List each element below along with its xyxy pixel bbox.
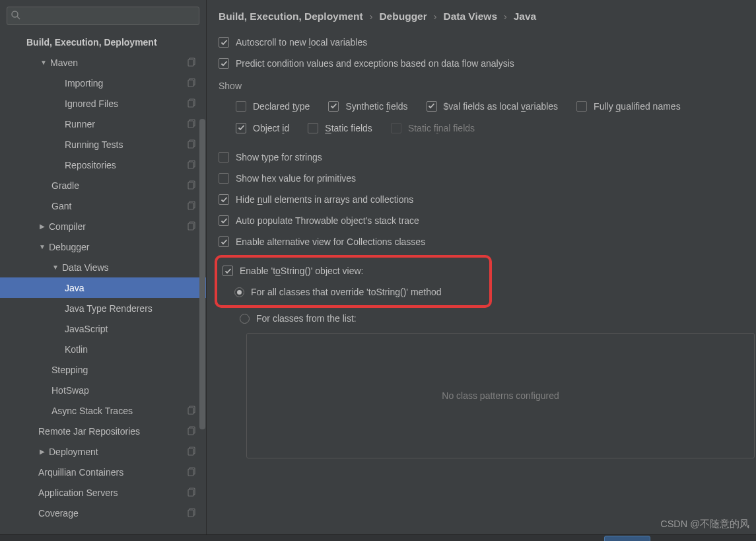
tree-item[interactable]: ▼ Data Views [0,257,206,277]
checkbox[interactable] [576,101,587,112]
ok-button[interactable] [604,536,650,541]
checkbox[interactable] [219,236,229,247]
enable-tostring-label: Enable 'toString()' object view: [240,266,363,276]
breadcrumb-item[interactable]: Java [514,11,536,22]
checkbox[interactable] [219,215,229,226]
tree-item[interactable]: Application Servers [0,482,206,503]
tree-item[interactable]: Coverage [0,503,206,523]
tree-item-label: Kotlin [65,344,88,355]
checkbox-row[interactable]: Object id [236,117,289,139]
search-input[interactable] [7,7,199,25]
checkbox[interactable] [219,173,229,184]
svg-rect-11 [188,141,193,148]
checkbox-row[interactable]: Synthetic fields [328,95,407,117]
tree-item[interactable]: Importing [0,73,206,93]
tree-item[interactable]: Async Stack Traces [0,400,206,421]
checkbox-label: Predict condition values and exceptions … [236,58,514,69]
tree-item[interactable]: ▶ Deployment [0,441,206,462]
settings-main: Build, Execution, Deployment › Debugger … [207,0,756,541]
checkbox-row[interactable]: Hide null elements in arrays and collect… [219,189,744,210]
tree-item[interactable]: Runner [0,114,206,134]
radio-label: For all classes that override 'toString(… [251,287,442,297]
checkbox[interactable] [328,101,339,112]
checkbox[interactable] [219,194,229,205]
checkbox[interactable] [427,101,437,112]
checkbox-row[interactable]: $val fields as local variables [427,95,559,117]
tree-item[interactable]: Stepping [0,359,206,380]
svg-rect-25 [188,449,193,455]
copy-icon [188,139,197,151]
breadcrumb-item[interactable]: Debugger [379,11,427,22]
breadcrumb: Build, Execution, Deployment › Debugger … [207,0,756,32]
svg-rect-7 [188,100,193,107]
breadcrumb-item[interactable]: Data Views [443,11,497,22]
checkbox[interactable] [308,123,318,133]
tree-arrow-icon: ▼ [40,59,48,66]
tree-header[interactable]: Build, Execution, Deployment [0,32,206,52]
svg-rect-13 [188,162,193,168]
checkbox-row[interactable]: Static fields [308,117,372,139]
checkbox-row[interactable]: Predict condition values and exceptions … [219,53,744,74]
radio[interactable] [240,314,250,324]
tree-item[interactable]: Repositories [0,155,206,175]
tree-item[interactable]: ▼ Debugger [0,236,206,257]
tree-item-label: Gradle [52,180,79,191]
checkbox[interactable] [236,101,246,112]
checkbox-label: Static fields [325,123,372,133]
chevron-right-icon: › [434,11,437,22]
copy-icon [188,57,197,69]
tree-item-label: Arquillian Containers [38,467,123,478]
checkbox-row[interactable]: Autoscroll to new local variables [219,32,744,53]
tree-item[interactable]: Java Type Renderers [0,298,206,318]
scrollbar-thumb[interactable] [199,119,205,429]
tree-item[interactable]: Arquillian Containers [0,462,206,482]
checkbox[interactable] [223,266,233,276]
checkbox-row[interactable]: Auto populate Throwable object's stack t… [219,210,744,231]
tree-item[interactable]: Gradle [0,175,206,196]
checkbox[interactable] [219,58,229,69]
checkbox-row[interactable]: Show type for strings [219,147,744,168]
checkbox[interactable] [236,123,246,133]
tree-item[interactable]: Running Tests [0,134,206,155]
checkbox[interactable] [219,37,229,48]
tostring-opt-list[interactable]: For classes from the list: [219,308,744,329]
tree-arrow-icon: ▼ [52,264,59,271]
checkbox-label: Autoscroll to new local variables [236,37,367,48]
svg-rect-9 [188,121,193,127]
radio[interactable] [234,287,244,297]
tree-item[interactable]: Ignored Files [0,93,206,114]
checkbox-row: Static final fields [391,117,475,139]
tree-item[interactable]: Gant [0,196,206,216]
checkbox-label: Fully qualified names [594,101,681,112]
tree-item-label: Compiler [49,221,86,232]
tree-item[interactable]: HotSwap [0,380,206,400]
checkbox-row[interactable]: Enable alternative view for Collections … [219,231,744,252]
copy-icon [188,119,197,130]
tree-item-label: Ignored Files [65,98,118,109]
tree-item[interactable]: ▼ Maven [0,52,206,73]
tree-item[interactable]: Kotlin [0,339,206,359]
class-patterns-list[interactable]: No class patterns configured [246,333,755,458]
checkbox-row[interactable]: Fully qualified names [576,95,681,117]
tree-item-label: Running Tests [65,139,123,150]
tree-item-label: Java Type Renderers [65,303,153,314]
breadcrumb-item[interactable]: Build, Execution, Deployment [219,11,363,22]
tree-item[interactable]: Remote Jar Repositories [0,421,206,441]
checkbox-label: Declared type [253,101,310,112]
tree-item[interactable]: ▶ Compiler [0,216,206,236]
svg-rect-27 [188,469,193,476]
checkbox-label: $val fields as local variables [444,101,559,112]
chevron-right-icon: › [370,11,373,22]
tree-item[interactable]: Java [0,277,206,298]
checkbox-row[interactable]: Show hex value for primitives [219,168,744,189]
bottom-bar [0,534,756,541]
chevron-right-icon: › [504,11,507,22]
tree-item-label: Async Stack Traces [52,406,133,416]
checkbox[interactable] [219,152,229,162]
enable-tostring-row[interactable]: Enable 'toString()' object view: [217,260,481,281]
checkbox-row[interactable]: Declared type [236,95,310,117]
tree-item[interactable]: JavaScript [0,318,206,339]
tostring-opt-all[interactable]: For all classes that override 'toString(… [217,281,481,303]
copy-icon [188,426,197,437]
checkbox-label: Show hex value for primitives [236,173,356,184]
